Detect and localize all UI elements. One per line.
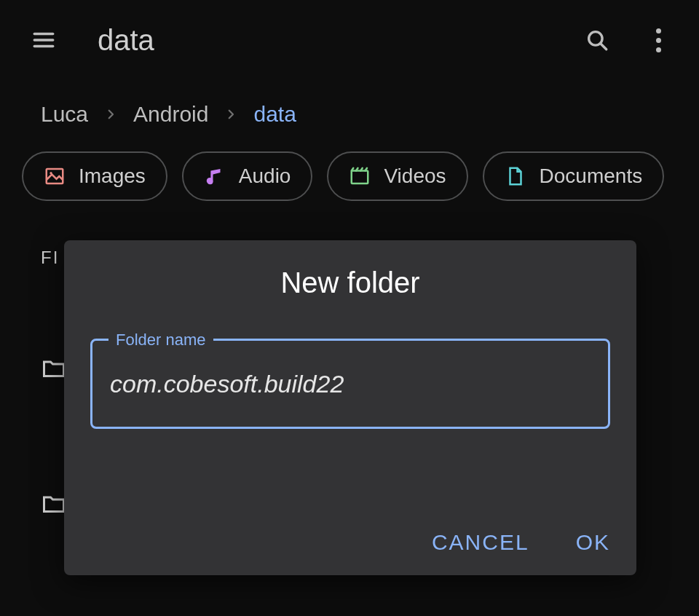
folder-icon: [41, 491, 67, 517]
menu-icon[interactable]: [29, 25, 58, 55]
svg-point-7: [208, 179, 213, 185]
chip-documents[interactable]: Documents: [483, 151, 665, 201]
folder-name-field-wrapper: Folder name: [90, 339, 610, 429]
video-icon: [349, 165, 371, 187]
filter-chips: Images Audio Videos Documents: [0, 149, 699, 204]
chip-label: Documents: [540, 165, 643, 188]
svg-point-6: [50, 172, 52, 174]
folder-name-input[interactable]: [110, 370, 591, 398]
app-bar: data: [0, 0, 699, 80]
folder-icon: [41, 355, 67, 382]
breadcrumb-item-current[interactable]: data: [253, 102, 296, 127]
svg-line-4: [601, 44, 607, 50]
chevron-right-icon: [104, 108, 117, 121]
chevron-right-icon: [224, 108, 237, 121]
audio-icon: [204, 165, 226, 187]
chip-label: Videos: [384, 165, 446, 188]
chip-images[interactable]: Images: [22, 151, 167, 201]
chip-videos[interactable]: Videos: [327, 151, 467, 201]
dialog-actions: CANCEL OK: [432, 530, 610, 555]
search-icon[interactable]: [577, 20, 617, 60]
breadcrumb: Luca Android data: [0, 80, 699, 149]
chip-audio[interactable]: Audio: [182, 151, 313, 201]
image-icon: [44, 165, 66, 187]
breadcrumb-item[interactable]: Android: [133, 102, 208, 127]
svg-rect-8: [352, 171, 368, 184]
new-folder-dialog: New folder Folder name CANCEL OK: [64, 240, 636, 575]
ok-button[interactable]: OK: [576, 530, 610, 555]
page-title: data: [98, 24, 577, 57]
folder-name-label: Folder name: [108, 331, 213, 350]
dialog-title: New folder: [90, 266, 610, 299]
chip-label: Audio: [239, 165, 291, 188]
breadcrumb-item[interactable]: Luca: [41, 102, 88, 127]
more-icon[interactable]: [638, 20, 679, 60]
document-icon: [505, 165, 526, 187]
cancel-button[interactable]: CANCEL: [432, 530, 529, 555]
chip-label: Images: [79, 165, 146, 188]
